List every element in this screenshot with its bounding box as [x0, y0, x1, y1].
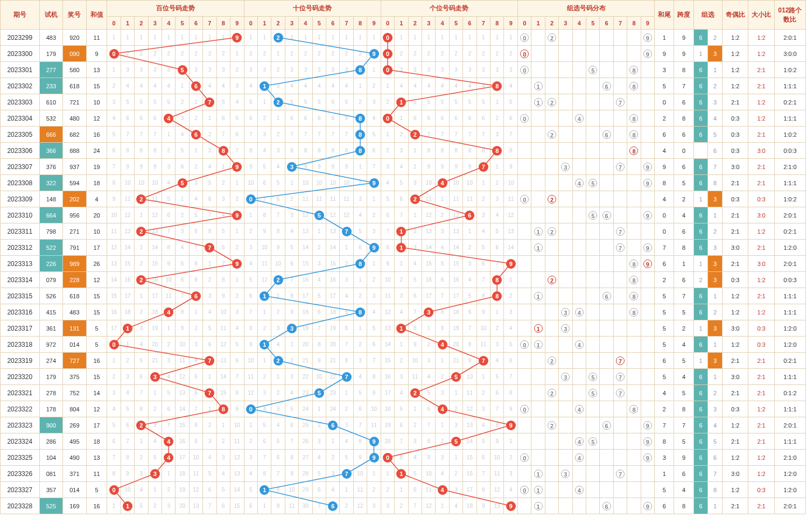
miss-cell: 18 — [299, 304, 312, 320]
t-ball: 8 — [355, 307, 365, 317]
cell-sum: 12 — [86, 401, 107, 417]
miss-cell: 4 — [436, 78, 449, 94]
miss-cell: 1 — [340, 482, 353, 498]
dist-cell — [586, 272, 600, 288]
miss-cell: 16 — [381, 369, 394, 385]
dist-cell — [572, 78, 586, 94]
dist-ball: 7 — [616, 470, 625, 478]
cell-sum: 14 — [86, 385, 107, 401]
hdr-period[interactable]: 期号 — [1, 1, 40, 30]
hdr-digit-7: 7 — [203, 17, 216, 30]
miss-cell: 7 — [422, 417, 436, 433]
trend-ball: 9 — [367, 46, 381, 62]
trend-ball: 6 — [189, 78, 202, 94]
cell-span: 2 — [674, 320, 693, 337]
cell-trial: 179 — [39, 46, 63, 62]
cell-trial: 286 — [39, 433, 63, 450]
cell-award: 752 — [63, 385, 87, 401]
cell-oe: 2:1 — [722, 498, 748, 514]
u-ball: 1 — [396, 324, 406, 333]
cell-012: 0:2:1 — [774, 353, 805, 369]
miss-cell: 8 — [216, 272, 230, 288]
dist-cell — [627, 175, 641, 191]
trend-ball: 8 — [353, 110, 367, 127]
dist-cell — [641, 401, 655, 417]
u-ball: 1 — [396, 227, 406, 236]
miss-cell: 6 — [490, 385, 504, 401]
miss-cell: 11 — [176, 353, 189, 369]
dist-ball: 0 — [520, 33, 529, 42]
miss-cell: 2 — [176, 46, 189, 62]
miss-cell: 14 — [121, 240, 134, 256]
miss-cell: 4 — [449, 498, 462, 514]
dist-cell — [641, 288, 655, 304]
table-row: 2023307376937197999362419954399991734299… — [1, 159, 806, 175]
dist-cell: 8 — [627, 288, 641, 304]
table-row: 2023319274727161252131147136101222192183… — [1, 353, 806, 369]
miss-cell: 2 — [285, 46, 298, 62]
miss-cell: 8 — [476, 143, 490, 159]
cell-award: 920 — [63, 30, 87, 46]
dist-cell — [613, 175, 627, 191]
cell-trial: 366 — [39, 143, 63, 159]
miss-cell: 4 — [395, 78, 408, 94]
cell-trial: 900 — [39, 417, 63, 433]
miss-cell: 8 — [271, 482, 285, 498]
miss-cell: 1 — [257, 498, 271, 514]
miss-cell: 15 — [449, 256, 462, 272]
miss-cell: 5 — [107, 127, 121, 143]
miss-cell: 3 — [436, 62, 449, 78]
dist-cell — [627, 30, 641, 46]
cell-period: 2023312 — [1, 240, 40, 256]
miss-cell: 21 — [299, 353, 312, 369]
t-ball: 8 — [355, 130, 365, 139]
miss-cell: 4 — [395, 304, 408, 320]
miss-cell: 11 — [463, 191, 476, 207]
cell-oe: 1:2 — [722, 482, 748, 498]
miss-cell: 6 — [189, 385, 202, 401]
cell-span: 8 — [674, 401, 693, 417]
dist-cell — [559, 62, 572, 78]
miss-cell: 1 — [271, 288, 285, 304]
miss-cell: 10 — [504, 175, 518, 191]
miss-cell: 9 — [189, 433, 202, 450]
dist-cell — [517, 94, 531, 110]
miss-cell: 21 — [326, 353, 340, 369]
dist-ball: 0 — [520, 50, 529, 58]
miss-cell: 3 — [135, 466, 148, 482]
cell-zu-3: 4 — [708, 110, 723, 127]
dist-cell — [517, 433, 531, 450]
miss-cell: 13 — [504, 223, 518, 240]
dist-cell — [531, 353, 545, 369]
miss-cell: 1 — [203, 110, 216, 127]
miss-cell: 5 — [162, 385, 176, 401]
dist-cell — [600, 337, 613, 353]
hdr-digit-4: 4 — [436, 17, 449, 30]
dist-cell — [531, 175, 545, 191]
u-ball: 2 — [410, 194, 420, 204]
cell-span: 8 — [674, 498, 693, 514]
trend-ball: 3 — [148, 369, 162, 385]
miss-cell: 2 — [285, 191, 298, 207]
dist-ball: 2 — [548, 356, 556, 365]
dist-cell — [572, 353, 586, 369]
miss-cell: 20 — [381, 433, 394, 450]
hdr-digit-4: 4 — [299, 17, 312, 30]
u-ball: 3 — [424, 307, 433, 317]
table-row: 2023308322594188101010453521106511010101… — [1, 175, 806, 191]
dist-cell — [586, 353, 600, 369]
miss-cell: 2 — [162, 337, 176, 353]
miss-cell: 19 — [449, 320, 462, 337]
miss-cell: 4 — [422, 369, 436, 385]
cell-award: 271 — [63, 223, 87, 240]
miss-cell: 16 — [299, 272, 312, 288]
dist-cell — [517, 304, 531, 320]
miss-cell: 13 — [381, 320, 394, 337]
cell-oe: 3:0 — [722, 159, 748, 175]
miss-cell: 9 — [463, 353, 476, 369]
cell-oe: 3:0 — [722, 369, 748, 385]
t-ball: 3 — [287, 324, 297, 333]
miss-cell: 6 — [449, 110, 462, 127]
miss-cell: 9 — [312, 353, 326, 369]
dist-cell: 8 — [627, 62, 641, 78]
